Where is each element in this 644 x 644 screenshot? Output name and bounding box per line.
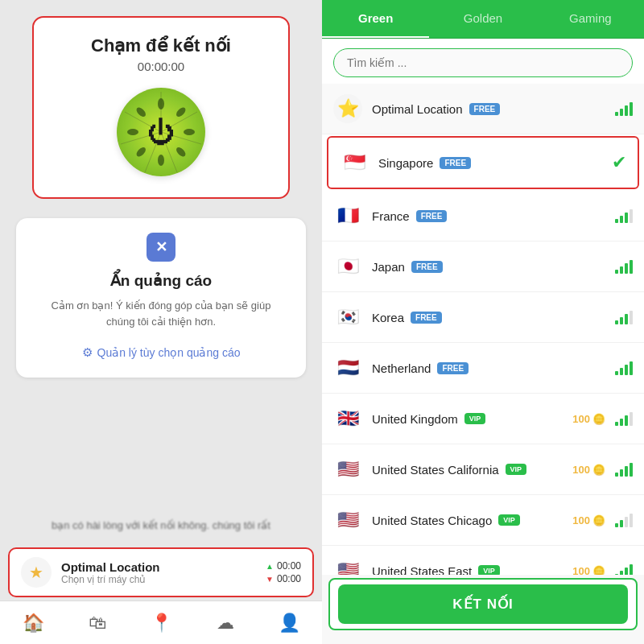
flag-optimal: ⭐ — [333, 94, 362, 123]
server-name-singapore: Singapore FREE — [378, 156, 607, 170]
time-up: 00:00 — [277, 560, 301, 572]
server-name-us-east: United States East VIP — [372, 564, 572, 576]
left-panel: Chạm để kết nối 00:00:00 — [0, 0, 322, 644]
flag-france: 🇫🇷 — [333, 201, 362, 230]
server-name-netherland: Netherland FREE — [372, 361, 612, 375]
server-item-korea[interactable]: 🇰🇷 Korea FREE — [322, 292, 644, 343]
connect-timer: 00:00:00 — [138, 60, 184, 73]
optimal-location-bar[interactable]: ★ Optimal Location Chọn vị trí máy chủ ▲… — [8, 547, 314, 597]
svg-point-11 — [158, 155, 164, 166]
server-item-japan[interactable]: 🇯🇵 Japan FREE — [322, 242, 644, 292]
cost-us-chicago: 100 🪙 — [572, 514, 605, 526]
gear-icon: ⚙ — [82, 345, 93, 360]
nav-profile[interactable]: 👤 — [279, 613, 300, 634]
time-down-row: ▼ 00:00 — [266, 573, 301, 584]
svg-point-13 — [127, 129, 138, 135]
badge-vip-uk: VIP — [464, 413, 486, 424]
signal-japan — [615, 260, 633, 274]
signal-us-east — [615, 564, 633, 576]
coin-icon-us-east: 🪙 — [592, 565, 605, 576]
kiwi-power-button[interactable]: ⏻ — [117, 88, 205, 176]
tab-gaming[interactable]: Gaming — [537, 0, 644, 38]
server-name-us-california: United States California VIP — [372, 463, 572, 477]
ad-title: Ẩn quảng cáo — [110, 271, 212, 290]
coin-icon-us-chicago: 🪙 — [592, 514, 605, 526]
optimal-times: ▲ 00:00 ▼ 00:00 — [266, 560, 301, 584]
server-item-optimal[interactable]: ⭐ Optimal Location FREE — [322, 84, 644, 134]
right-panel: Green Golden Gaming ⭐ Optimal Location F… — [322, 0, 644, 644]
server-item-netherland[interactable]: 🇳🇱 Netherland FREE — [322, 343, 644, 394]
badge-vip-us-california: VIP — [506, 464, 527, 475]
server-item-us-california[interactable]: 🇺🇸 United States California VIP 100 🪙 — [322, 444, 644, 495]
server-list: ⭐ Optimal Location FREE 🇸🇬 Singapore FRE… — [322, 84, 644, 575]
svg-point-9 — [184, 129, 195, 135]
arrow-up-icon: ▲ — [266, 562, 274, 571]
badge-free-netherland: FREE — [437, 362, 469, 374]
svg-point-10 — [175, 146, 188, 159]
flag-japan: 🇯🇵 — [333, 252, 362, 281]
ad-card: ✕ Ẩn quảng cáo Cảm ơn bạn! Ý kiến đóng g… — [16, 218, 306, 378]
coin-icon-uk: 🪙 — [592, 413, 605, 425]
tab-bar: Green Golden Gaming — [322, 0, 644, 39]
server-name-us-chicago: United States Chicago VIP — [372, 514, 572, 527]
signal-uk — [615, 412, 633, 426]
server-item-uk[interactable]: 🇬🇧 United Kingdom VIP 100 🪙 — [322, 394, 644, 444]
tab-golden[interactable]: Golden — [429, 0, 536, 38]
signal-optimal — [615, 102, 633, 116]
nav-location[interactable]: 📍 — [151, 613, 172, 634]
optimal-text: Optimal Location Chọn vị trí máy chủ — [61, 560, 160, 585]
close-icon: ✕ — [155, 238, 167, 256]
flag-netherland: 🇳🇱 — [333, 353, 362, 382]
cost-us-california: 100 🪙 — [572, 464, 605, 476]
ad-description: Cảm ơn bạn! Ý kiến đóng góp của bạn sẽ g… — [32, 298, 290, 329]
flag-us-california: 🇺🇸 — [333, 455, 362, 484]
server-item-us-chicago[interactable]: 🇺🇸 United States Chicago VIP 100 🪙 — [322, 495, 644, 546]
cost-uk: 100 🪙 — [572, 413, 605, 425]
svg-point-8 — [175, 105, 188, 118]
nav-home[interactable]: 🏠 — [23, 613, 44, 634]
flag-us-east: 🇺🇸 — [333, 556, 362, 575]
bottom-blur-text: bạn có hài lòng với kết nối không. chúng… — [0, 511, 322, 539]
server-item-us-east[interactable]: 🇺🇸 United States East VIP 100 🪙 — [322, 546, 644, 575]
badge-free-optimal: FREE — [469, 103, 501, 115]
optimal-title: Optimal Location — [61, 560, 160, 574]
nav-shop[interactable]: 🛍 — [89, 613, 106, 634]
time-up-row: ▲ 00:00 — [266, 560, 301, 572]
svg-point-7 — [158, 98, 164, 109]
flag-us-chicago: 🇺🇸 — [333, 506, 362, 535]
badge-vip-us-east: VIP — [478, 565, 500, 575]
manage-ad-label: Quản lý tùy chọn quảng cáo — [97, 346, 241, 359]
connect-title: Chạm để kết nối — [91, 35, 231, 56]
svg-point-12 — [134, 146, 147, 159]
nav-ftp[interactable]: ☁ — [217, 613, 234, 634]
coin-icon-us-california: 🪙 — [592, 464, 605, 476]
svg-point-14 — [134, 105, 147, 118]
close-ad-button[interactable]: ✕ — [147, 233, 175, 262]
manage-ad-button[interactable]: ⚙ Quản lý tùy chọn quảng cáo — [82, 345, 241, 360]
server-name-france: France FREE — [372, 209, 612, 223]
server-name-japan: Japan FREE — [372, 260, 612, 274]
signal-netherland — [615, 361, 633, 375]
badge-free-singapore: FREE — [440, 157, 471, 169]
signal-us-chicago — [615, 514, 633, 527]
tab-green[interactable]: Green — [322, 0, 429, 38]
server-name-optimal: Optimal Location FREE — [372, 102, 612, 116]
connect-card[interactable]: Chạm để kết nối 00:00:00 — [32, 16, 290, 199]
search-input[interactable] — [333, 48, 633, 77]
server-item-singapore[interactable]: 🇸🇬 Singapore FREE ✔ — [327, 136, 639, 189]
time-down: 00:00 — [277, 573, 301, 584]
server-name-korea: Korea FREE — [372, 311, 612, 324]
search-bar — [322, 39, 644, 84]
optimal-left: ★ Optimal Location Chọn vị trí máy chủ — [21, 557, 160, 588]
signal-us-california — [615, 463, 633, 477]
bottom-nav: 🏠 🛍 📍 ☁ 👤 — [0, 601, 322, 644]
server-name-uk: United Kingdom VIP — [372, 412, 572, 426]
flag-korea: 🇰🇷 — [333, 303, 362, 332]
arrow-down-icon: ▼ — [266, 575, 274, 584]
flag-singapore: 🇸🇬 — [340, 148, 369, 177]
connect-button[interactable]: KẾT NỐI — [338, 584, 628, 624]
optimal-subtitle: Chọn vị trí máy chủ — [61, 574, 160, 585]
badge-free-japan: FREE — [411, 261, 443, 273]
connect-btn-container: KẾT NỐI — [328, 578, 638, 630]
server-item-france[interactable]: 🇫🇷 France FREE — [322, 191, 644, 242]
